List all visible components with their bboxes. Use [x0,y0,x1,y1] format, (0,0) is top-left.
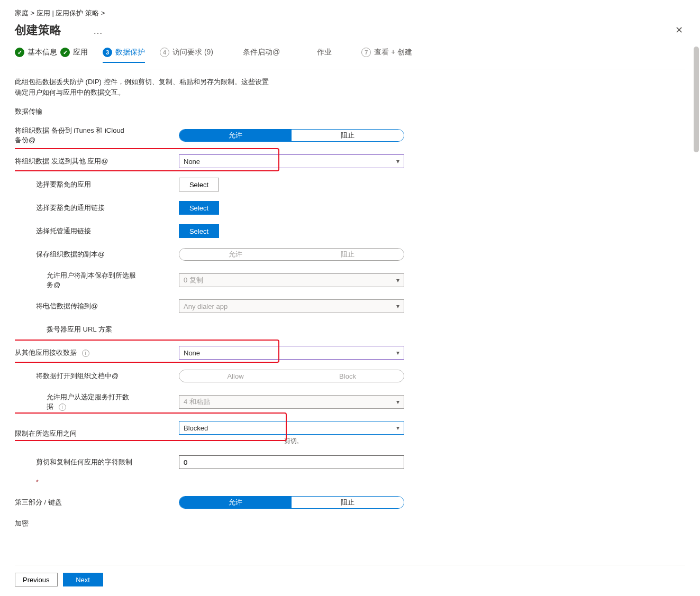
dropdown-open-services: 4 和粘贴 ▾ [179,395,404,409]
select-managed-links-button[interactable]: Select [179,224,219,238]
toggle-save-copies[interactable]: 允许 阻止 [179,248,404,261]
chevron-down-icon: ▾ [396,349,399,356]
label-cut-copy-limit: 剪切和复制任何应用的字符限制 [15,457,179,467]
info-icon[interactable]: i [82,350,89,357]
breadcrumb[interactable]: 家庭 > 应用 | 应用保护 策略 > [15,8,685,18]
previous-button[interactable]: Previous [15,573,58,586]
dropdown-value: 4 和粘贴 [184,397,210,407]
toggle-option-block[interactable]: 阻止 [292,497,404,508]
chevron-down-icon: ▾ [396,158,399,165]
scrollbar-thumb[interactable] [694,47,699,152]
dropdown-value: Any dialer app [184,302,228,310]
dropdown-send-org-data[interactable]: None ▾ [179,154,404,168]
chevron-down-icon: ▾ [396,424,399,432]
step-number-icon: 4 [160,48,169,57]
label-allow-save-services: 允许用户将副本保存到所选服务@ [15,271,147,290]
step-number-icon: 7 [361,48,371,57]
form-scroll-area[interactable]: 此组包括数据丢失防护 (DIP) 控件，例如剪切、复制、粘贴和另存为限制。这些设… [15,69,685,565]
scrollbar[interactable] [694,47,699,559]
next-button[interactable]: Next [63,573,103,586]
toggle-option-block[interactable]: 阻止 [292,249,404,260]
dropdown-receive-from-other[interactable]: None ▾ [179,346,404,360]
toggle-option-allow: Allow [179,370,292,382]
checkmark-icon: ✓ [15,48,24,57]
label-transfer-telecom: 将电信数据传输到@ [15,301,179,311]
caption-cut: 剪切, [179,437,404,446]
label-select-exempt-apps: 选择要豁免的应用 [15,180,179,189]
chevron-down-icon: ▾ [396,277,399,284]
step-label: 查看 + 创建 [374,48,412,57]
select-exempt-apps-button[interactable]: Select [179,178,219,191]
step-apps[interactable]: ✓ 应用 [60,44,88,62]
label-receive-from-other: 从其他应用接收数据 i [15,348,179,357]
dropdown-value: None [184,158,200,166]
required-indicator: * [15,479,676,486]
section-heading-encryption: 加密 [15,519,676,528]
step-label: 应用 [73,48,88,57]
step-access-requirements[interactable]: 4 访问要求 (9) [160,44,213,62]
chevron-down-icon: ▾ [396,302,399,310]
step-label: 访问要求 (9) [172,48,213,57]
label-dialer-scheme: 拨号器应用 URL 方案 [15,325,179,334]
section-description: 此组包括数据丢失防护 (DIP) 控件，例如剪切、复制、粘贴和另存为限制。这些设… [15,77,269,97]
label-restrict-between-apps: 限制在所选应用之间 [15,429,179,438]
page-title: 创建策略 [15,22,61,38]
wizard-steps: ✓ 基本信息 ✓ 应用 3 数据保护 4 访问要求 (9) 条件启动@ 作业 7… [15,44,685,62]
label-backup-itunes: 将组织数据 备份到 iTunes 和 iCloud 备份@ [15,126,137,145]
label-select-exempt-links: 选择要豁免的通用链接 [15,203,179,213]
dropdown-transfer-telecom: Any dialer app ▾ [179,299,404,313]
toggle-option-allow[interactable]: 允许 [179,130,292,141]
step-conditional-launch[interactable]: 条件启动@ [243,44,280,62]
toggle-option-block[interactable]: 阻止 [292,130,404,141]
dropdown-save-services: 0 复制 ▾ [179,273,404,287]
label-select-managed-links: 选择托管通用链接 [15,226,179,236]
toggle-third-party-keyboard[interactable]: 允许 阻止 [179,496,404,509]
step-assignments[interactable]: 作业 [317,44,332,62]
info-icon[interactable]: i [59,404,66,411]
step-data-protection[interactable]: 3 数据保护 [103,44,145,62]
step-label: 数据保护 [115,48,145,57]
label-allow-open-services: 允许用户从选定服务打开数据 i [15,392,137,411]
label-save-copies: 保存组织数据的副本@ [15,250,179,259]
chevron-down-icon: ▾ [396,398,399,406]
step-review-create[interactable]: 7 查看 + 创建 [361,44,412,62]
step-basics[interactable]: ✓ 基本信息 [15,44,57,62]
dropdown-value: 0 复制 [184,276,203,285]
toggle-backup-itunes[interactable]: 允许 阻止 [179,129,404,142]
step-number-icon: 3 [103,48,112,57]
section-heading-data-transfer: 数据传输 [15,107,676,116]
step-label: 作业 [317,48,332,57]
dropdown-value: Blocked [184,424,208,432]
toggle-option-allow[interactable]: 允许 [179,497,292,508]
label-third-party-keyboard: 第三部分 / 键盘 [15,498,179,507]
toggle-option-allow[interactable]: 允许 [179,249,292,260]
close-icon[interactable]: ✕ [673,22,685,38]
select-exempt-links-button[interactable]: Select [179,201,219,215]
wizard-footer: Previous Next [15,565,685,596]
toggle-open-into-org-docs: Allow Block [179,370,404,382]
dropdown-restrict-between-apps[interactable]: Blocked ▾ [179,421,404,435]
label-send-org-data: 将组织数据 发送到其他 应用@ [15,157,179,166]
toggle-option-block: Block [292,370,404,382]
step-label: 基本信息 [28,48,57,57]
page-options-ellipsis[interactable]: … [93,25,103,36]
label-open-into-org-docs: 将数据打开到组织文档中@ [15,371,179,381]
checkmark-icon: ✓ [60,48,70,57]
step-label: 条件启动@ [243,48,280,57]
dropdown-value: None [184,349,200,357]
input-cut-copy-limit[interactable] [179,455,404,469]
